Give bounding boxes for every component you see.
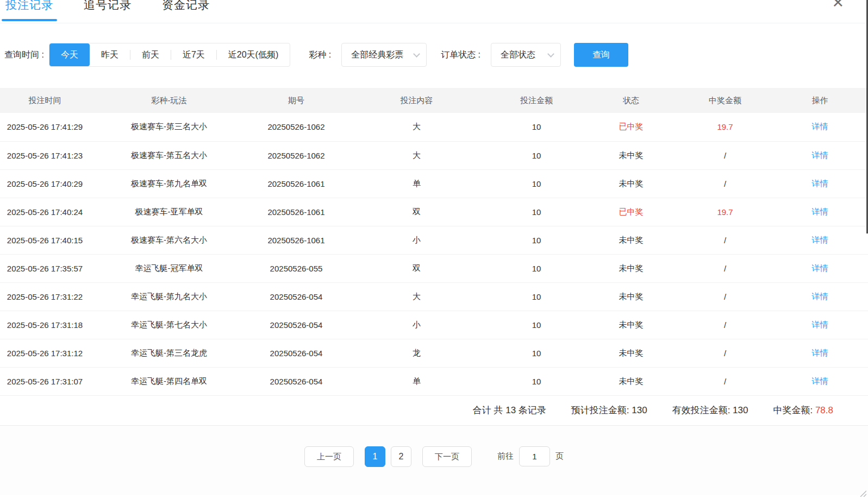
game-play: 幸运飞艇-第三名龙虎 [90,339,248,367]
tabs: 投注记录追号记录资金记录 [5,0,868,23]
detail-link[interactable]: 详情 [812,150,828,160]
page-number-button[interactable]: 2 [391,446,411,467]
time-option[interactable]: 近20天(低频) [217,43,290,66]
detail-link[interactable]: 详情 [812,348,828,357]
prize-amount: / [678,141,772,169]
action-cell: 详情 [772,169,868,198]
game-play: 幸运飞艇-第四名单双 [90,367,248,395]
detail-link[interactable]: 详情 [812,235,828,244]
bet-content: 大 [344,141,489,169]
bet-amount: 10 [489,282,584,311]
bet-time: 2025-05-26 17:40:15 [0,226,90,254]
bet-amount: 10 [489,311,584,339]
table-row: 2025-05-26 17:41:29极速赛车-第三名大小20250526-10… [0,113,868,141]
summary-expected-amount: 预计投注金额: 130 [571,404,647,416]
bet-content: 单 [344,169,489,198]
game-play: 幸运飞艇-冠军单双 [90,254,248,282]
column-header: 投注金额 [489,88,584,113]
betting-records-panel: 投注记录追号记录资金记录 ✕ 查询时间 : 今天昨天前天近7天近20天(低频) … [0,0,868,499]
detail-link[interactable]: 详情 [812,376,828,386]
detail-link[interactable]: 详情 [812,179,828,188]
issue-number: 20250526-054 [248,311,344,339]
game-play: 极速赛车-第三名大小 [90,113,248,141]
prize-amount: / [678,311,772,339]
action-cell: 详情 [772,311,868,339]
issue-number: 20250526-1062 [248,141,344,169]
detail-link[interactable]: 详情 [812,263,828,273]
time-option[interactable]: 昨天 [90,43,130,66]
column-header: 投注时间 [0,88,90,113]
tab[interactable]: 投注记录 [5,0,53,12]
time-option[interactable]: 今天 [49,43,90,66]
detail-link[interactable]: 详情 [812,122,828,131]
bet-content: 小 [344,226,489,254]
next-page-button[interactable]: 下一页 [422,446,472,467]
table-row: 2025-05-26 17:40:24极速赛车-亚军单双20250526-106… [0,198,868,226]
action-cell: 详情 [772,226,868,254]
time-filter-label: 查询时间 : [4,49,44,61]
bet-content: 大 [344,282,489,311]
bet-amount: 10 [489,169,584,198]
issue-number: 20250526-054 [248,367,344,395]
close-icon[interactable]: ✕ [832,0,844,10]
prize-amount: / [678,282,772,311]
lottery-select[interactable]: 全部经典彩票 [341,43,427,67]
game-play: 极速赛车-第九名单双 [90,169,248,198]
goto-page: 前往 页 [497,446,564,467]
prize-amount: / [678,226,772,254]
bet-time: 2025-05-26 17:31:07 [0,367,90,395]
status-text: 未中奖 [584,141,678,169]
action-cell: 详情 [772,367,868,395]
action-cell: 详情 [772,141,868,169]
page-number-button[interactable]: 1 [365,446,385,467]
search-button[interactable]: 查询 [574,43,628,67]
detail-link[interactable]: 详情 [812,207,828,216]
prev-page-button[interactable]: 上一页 [304,446,354,467]
table-header-row: 投注时间彩种-玩法期号投注内容投注金额状态中奖金额操作 [0,88,868,113]
summary-bar: 合计 共 13 条记录 预计投注金额: 130 有效投注金额: 130 中奖金额… [0,396,868,426]
prize-amount: 19.7 [678,113,772,141]
detail-link[interactable]: 详情 [812,292,828,301]
table-row: 2025-05-26 17:35:57幸运飞艇-冠军单双20250526-055… [0,254,868,282]
issue-number: 20250526-055 [248,254,344,282]
column-header: 彩种-玩法 [90,88,248,113]
column-header: 状态 [584,88,678,113]
filter-row: 查询时间 : 今天昨天前天近7天近20天(低频) 彩种 : 全部经典彩票 订单状… [4,43,868,67]
tab[interactable]: 追号记录 [84,0,132,12]
bet-content: 龙 [344,339,489,367]
bet-amount: 10 [489,198,584,226]
table-body: 2025-05-26 17:41:29极速赛车-第三名大小20250526-10… [0,113,868,395]
goto-suffix: 页 [555,451,564,462]
status-text: 已中奖 [584,113,678,141]
tab[interactable]: 资金记录 [162,0,210,12]
column-header: 操作 [772,88,868,113]
detail-link[interactable]: 详情 [812,320,828,329]
goto-label: 前往 [497,451,514,462]
prize-amount: / [678,169,772,198]
table-row: 2025-05-26 17:31:18幸运飞艇-第七名大小20250526-05… [0,311,868,339]
status-text: 已中奖 [584,198,678,226]
prize-amount: / [678,367,772,395]
bet-time: 2025-05-26 17:35:57 [0,254,90,282]
order-status-value: 全部状态 [501,49,535,61]
issue-number: 20250526-1062 [248,113,344,141]
action-cell: 详情 [772,113,868,141]
goto-page-input[interactable] [519,446,550,466]
status-text: 未中奖 [584,339,678,367]
game-play: 幸运飞艇-第七名大小 [90,311,248,339]
time-option[interactable]: 近7天 [171,43,216,66]
game-play: 幸运飞艇-第九名大小 [90,282,248,311]
game-play: 极速赛车-第六名大小 [90,226,248,254]
time-option[interactable]: 前天 [130,43,171,66]
action-cell: 详情 [772,339,868,367]
resize-grip-icon [859,489,866,497]
chevron-down-icon [547,50,554,58]
bet-content: 单 [344,367,489,395]
issue-number: 20250526-054 [248,282,344,311]
bet-amount: 10 [489,367,584,395]
lottery-select-value: 全部经典彩票 [351,49,403,61]
order-status-label: 订单状态 : [441,49,480,61]
bet-time: 2025-05-26 17:31:12 [0,339,90,367]
order-status-select[interactable]: 全部状态 [491,43,561,67]
status-text: 未中奖 [584,226,678,254]
